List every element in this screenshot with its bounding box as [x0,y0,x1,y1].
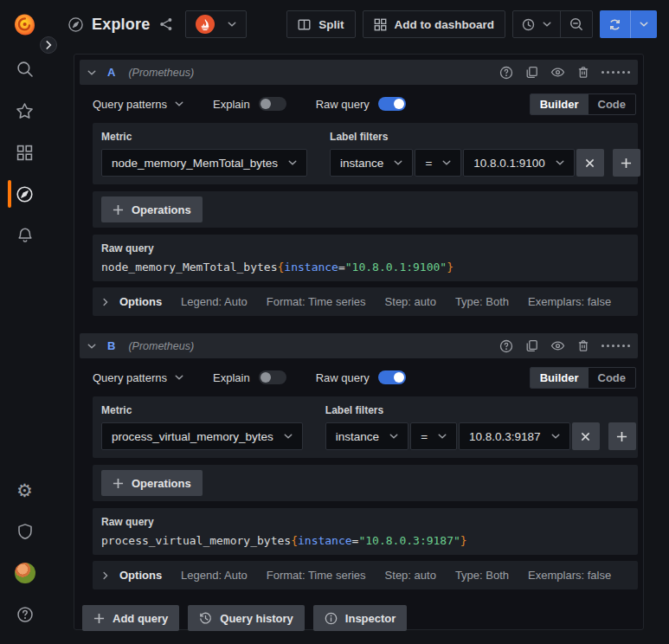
datasource-picker[interactable] [185,10,247,38]
sidebar-item-server-admin[interactable] [0,511,49,552]
share-button[interactable] [159,17,173,31]
sidebar-item-search[interactable] [0,48,49,90]
query-ref-id: B [107,339,115,352]
metric-value: process_virtual_memory_bytes [112,430,273,443]
builder-tab[interactable]: Builder [531,94,589,114]
query-ref-id: A [107,66,115,79]
avatar [15,563,35,583]
sidebar-item-alerting[interactable] [0,215,49,256]
time-picker-group [512,10,593,38]
metric-select[interactable]: process_virtual_memory_bytes [101,422,303,450]
duplicate-query-icon[interactable] [525,339,538,352]
metric-select[interactable]: node_memory_MemTotal_bytes [101,149,307,177]
remove-query-trash-icon[interactable] [577,339,589,352]
plus-icon [616,431,627,442]
inspector-label: Inspector [345,612,396,625]
raw-query-toggle[interactable]: Raw query [316,97,406,111]
chevron-right-icon [46,41,52,49]
query-a-header[interactable]: A (Prometheus) [80,60,638,85]
query-patterns-button[interactable]: Query patterns [93,98,183,111]
drag-handle-icon[interactable] [601,71,630,74]
chevron-down-icon [284,434,293,439]
query-editor-row-b: B (Prometheus) Query patterns [80,333,638,589]
add-operation-button[interactable]: Operations [101,470,203,496]
raw-query-switch[interactable] [378,97,406,111]
sidebar-item-profile[interactable] [0,552,49,594]
query-a-toolbar: Query patterns Explain Raw query Builder… [93,92,638,116]
remove-query-trash-icon[interactable] [577,66,589,79]
add-to-dashboard-button[interactable]: Add to dashboard [363,10,506,38]
sidebar-item-starred[interactable] [0,90,49,132]
explain-switch[interactable] [259,97,286,111]
compass-icon [16,185,34,203]
query-datasource-hint: (Prometheus) [128,67,194,79]
builder-tab[interactable]: Builder [531,368,589,388]
explain-switch[interactable] [259,370,286,384]
query-b-header[interactable]: B (Prometheus) [80,333,638,358]
label-filters-label: Label filters [330,131,640,143]
add-filter-button[interactable] [613,149,640,177]
remove-filter-button[interactable] [572,422,600,450]
filter-operator-select[interactable]: = [410,422,457,450]
chevron-down-icon [438,434,447,439]
query-history-button[interactable]: Query history [188,605,305,631]
filter-label-select[interactable]: instance [330,149,413,177]
add-operation-button[interactable]: Operations [101,196,203,222]
filter-label-value: instance [340,157,383,170]
options-collapse-button[interactable]: Options [103,295,162,308]
duplicate-query-icon[interactable] [525,66,538,79]
page-title-group: Explore [68,16,150,34]
chevron-down-icon [394,160,402,165]
explain-toggle[interactable]: Explain [213,370,286,384]
star-icon [16,102,34,120]
sidebar-item-configuration[interactable]: ⚙ [0,469,49,511]
sidebar-item-help[interactable] [0,594,49,635]
page-title: Explore [92,16,150,34]
sidebar-item-explore[interactable] [0,173,49,215]
query-b-actions [499,338,630,353]
filter-operator-value: = [421,430,428,443]
label-filters-field: Label filters instance = 10.8.0.1:9100 [330,131,640,177]
add-query-button[interactable]: Add query [82,605,179,631]
chevron-right-icon [103,298,108,306]
add-filter-button[interactable] [608,422,636,450]
code-label: instance [298,534,352,547]
close-icon [581,432,590,441]
help-circle-icon[interactable] [499,66,513,80]
help-circle-icon[interactable] [499,339,513,353]
chevron-down-icon [175,101,183,106]
editor-mode-switcher: Builder Code [530,93,636,115]
explain-toggle[interactable]: Explain [213,97,286,111]
run-query-button[interactable] [600,10,630,38]
sync-icon [608,18,621,31]
time-picker-button[interactable] [513,11,560,37]
sidebar-item-dashboards[interactable] [0,132,49,173]
filter-value-select[interactable]: 10.8.0.1:9100 [463,149,575,177]
filter-operator-select[interactable]: = [415,149,461,177]
explore-footer-actions: Add query Query history Inspector [82,605,638,631]
code-tab[interactable]: Code [589,368,636,388]
time-zoom-out-button[interactable] [561,11,592,37]
inspector-button[interactable]: Inspector [313,605,408,631]
options-collapse-button[interactable]: Options [103,569,162,582]
query-patterns-button[interactable]: Query patterns [93,371,183,384]
code-equals: = [338,261,345,274]
hide-query-eye-icon[interactable] [550,65,565,80]
remove-filter-button[interactable] [576,149,604,177]
options-step: Step: auto [385,295,436,308]
hide-query-eye-icon[interactable] [550,338,565,353]
history-icon [199,612,212,625]
split-button[interactable]: Split [286,10,355,38]
raw-query-toggle[interactable]: Raw query [316,370,406,384]
sidebar-expand-button[interactable] [40,36,57,54]
drag-handle-icon[interactable] [601,345,630,347]
filter-value-select[interactable]: 10.8.0.3:9187 [459,422,570,450]
raw-query-switch[interactable] [378,370,406,384]
query-b-operations-row: Operations [93,465,638,501]
code-tab[interactable]: Code [589,94,636,114]
filter-label-select[interactable]: instance [325,422,408,450]
info-circle-icon [325,612,338,625]
share-icon [159,17,173,31]
chevron-down-icon [389,434,398,439]
run-query-interval-button[interactable] [631,10,657,38]
